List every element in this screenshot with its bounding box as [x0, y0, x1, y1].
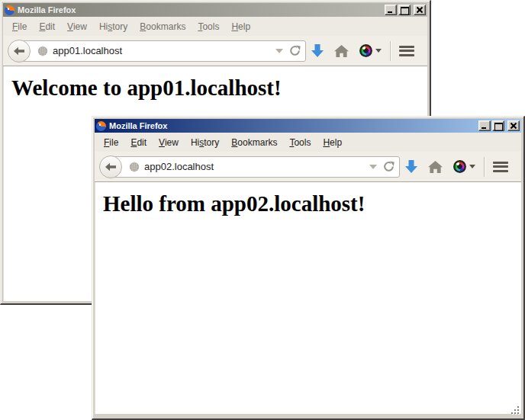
download-button[interactable]	[400, 155, 423, 178]
menu-help[interactable]: Help	[225, 19, 256, 34]
menu-bar: File Edit View History Bookmarks Tools H…	[3, 17, 427, 36]
close-button[interactable]	[507, 120, 520, 131]
hamburger-icon	[399, 46, 414, 56]
menu-view[interactable]: View	[153, 135, 185, 150]
home-button[interactable]	[329, 40, 354, 63]
back-button[interactable]	[99, 155, 122, 178]
minimize-button[interactable]	[385, 5, 397, 15]
url-input[interactable]: app01.localhost	[18, 40, 306, 62]
toolbar-divider	[390, 41, 391, 61]
page-heading: Hello from app02.localhost!	[103, 191, 521, 216]
firefox-window-app02: Mozilla Firefox File Edit View History B…	[92, 116, 525, 420]
url-text[interactable]: app02.localhost	[144, 161, 366, 172]
url-input[interactable]: app02.localhost	[110, 156, 400, 178]
menu-file[interactable]: File	[98, 135, 124, 150]
addon-button[interactable]	[448, 155, 481, 178]
titlebar[interactable]: Mozilla Firefox	[3, 3, 427, 17]
color-wheel-icon	[453, 160, 466, 173]
url-dropdown-icon[interactable]	[369, 165, 377, 169]
menu-file[interactable]: File	[6, 19, 33, 34]
navigation-toolbar: app01.localhost	[3, 36, 427, 66]
menu-tools[interactable]: Tools	[192, 19, 225, 34]
url-text[interactable]: app01.localhost	[53, 45, 272, 56]
window-title: Mozilla Firefox	[18, 5, 385, 14]
menu-tools[interactable]: Tools	[283, 135, 317, 150]
home-icon	[334, 45, 349, 57]
toolbar-divider	[484, 157, 485, 177]
menu-bookmarks[interactable]: Bookmarks	[134, 19, 192, 34]
home-button[interactable]	[423, 155, 448, 178]
firefox-logo-icon[interactable]	[5, 5, 14, 15]
app-menu-button[interactable]	[488, 155, 514, 178]
menu-bar: File Edit View History Bookmarks Tools H…	[95, 133, 521, 152]
hamburger-icon	[493, 162, 508, 172]
menu-history[interactable]: History	[185, 135, 225, 150]
page-heading: Welcome to app01.localhost!	[11, 75, 427, 101]
reload-icon[interactable]	[383, 161, 395, 172]
addon-button[interactable]	[354, 40, 387, 63]
back-arrow-icon	[13, 45, 25, 57]
download-arrow-icon	[311, 44, 324, 58]
app-menu-button[interactable]	[394, 40, 420, 63]
firefox-logo-icon[interactable]	[96, 121, 106, 131]
home-icon	[428, 161, 443, 173]
download-button[interactable]	[306, 40, 329, 63]
menu-view[interactable]: View	[61, 19, 93, 34]
menu-edit[interactable]: Edit	[33, 19, 61, 34]
color-wheel-icon	[359, 44, 372, 57]
addon-dropdown-icon[interactable]	[469, 165, 475, 168]
addon-dropdown-icon[interactable]	[375, 49, 382, 53]
navigation-toolbar: app02.localhost	[95, 152, 521, 182]
menu-edit[interactable]: Edit	[124, 135, 153, 150]
maximize-button[interactable]	[492, 120, 504, 131]
window-title: Mozilla Firefox	[109, 121, 478, 130]
globe-icon[interactable]	[37, 46, 48, 56]
close-button[interactable]	[414, 5, 426, 15]
globe-icon[interactable]	[129, 162, 140, 172]
back-button[interactable]	[8, 40, 31, 63]
back-arrow-icon	[105, 161, 117, 173]
menu-help[interactable]: Help	[317, 135, 348, 150]
menu-bookmarks[interactable]: Bookmarks	[225, 135, 283, 150]
resize-grip-icon[interactable]	[511, 406, 521, 416]
minimize-button[interactable]	[478, 120, 491, 131]
menu-history[interactable]: History	[93, 19, 134, 34]
url-dropdown-icon[interactable]	[275, 49, 283, 53]
maximize-button[interactable]	[398, 5, 411, 15]
download-arrow-icon	[405, 160, 417, 174]
reload-icon[interactable]	[289, 45, 301, 56]
page-content: Hello from app02.localhost!	[95, 182, 521, 414]
titlebar[interactable]: Mozilla Firefox	[95, 119, 521, 133]
